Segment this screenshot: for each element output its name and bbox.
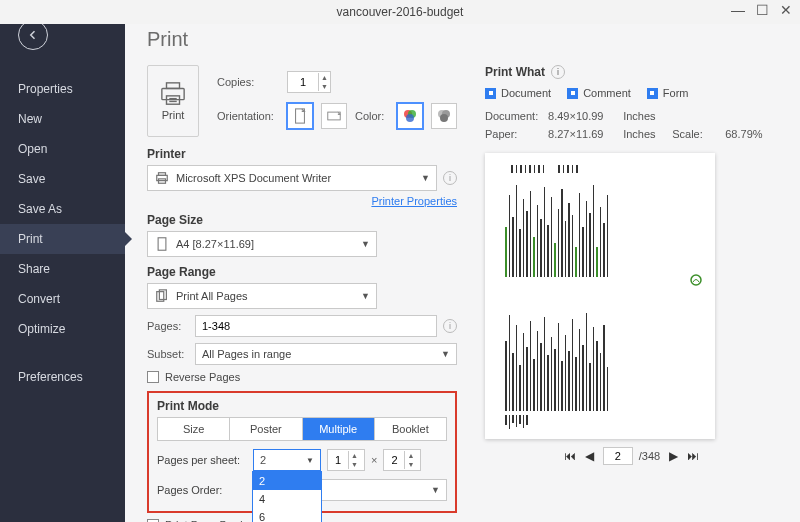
orientation-landscape-button[interactable] bbox=[321, 103, 347, 129]
dim-paper-size: 8.27×11.69 bbox=[548, 125, 620, 143]
pps-rows-stepper[interactable]: ▲▼ bbox=[383, 449, 421, 471]
pps-cols-stepper[interactable]: ▲▼ bbox=[327, 449, 365, 471]
sidebar-item-open[interactable]: Open bbox=[0, 134, 125, 164]
printer-dropdown[interactable]: Microsoft XPS Document Writer ▼ bbox=[147, 165, 437, 191]
subset-dropdown[interactable]: All Pages in range ▼ bbox=[195, 343, 457, 365]
dimension-readout: Document: 8.49×10.99 Inches Paper: 8.27×… bbox=[485, 107, 778, 143]
sidebar-item-properties[interactable]: Properties bbox=[0, 74, 125, 104]
chevron-down-icon: ▼ bbox=[441, 349, 450, 359]
pages-label: Pages: bbox=[147, 320, 189, 332]
pages-input[interactable] bbox=[195, 315, 437, 337]
print-mode-group: Print Mode Size Poster Multiple Booklet … bbox=[147, 391, 457, 513]
page-size-value: A4 [8.27×11.69] bbox=[176, 238, 355, 250]
color-label: Color: bbox=[355, 110, 389, 122]
printer-value: Microsoft XPS Document Writer bbox=[176, 172, 415, 184]
copies-stepper[interactable]: ▲▼ bbox=[287, 71, 331, 93]
page-size-dropdown[interactable]: A4 [8.27×11.69] ▼ bbox=[147, 231, 377, 257]
pps-option-4[interactable]: 4 bbox=[253, 490, 321, 508]
gray-swatch-icon bbox=[436, 108, 452, 124]
subset-value: All Pages in range bbox=[202, 348, 435, 360]
pager-total: /348 bbox=[639, 450, 660, 462]
print-mode-tab-multiple[interactable]: Multiple bbox=[303, 418, 375, 440]
back-button[interactable] bbox=[18, 20, 48, 50]
print-mode-tab-poster[interactable]: Poster bbox=[230, 418, 302, 440]
dim-document-unit: Inches bbox=[623, 107, 669, 125]
printer-info-icon[interactable]: i bbox=[443, 171, 457, 185]
print-what-comment-checkbox[interactable]: Comment bbox=[567, 87, 631, 99]
chevron-down-icon: ▼ bbox=[421, 173, 430, 183]
pager-last-button[interactable]: ⏭ bbox=[686, 449, 700, 463]
color-gray-button[interactable] bbox=[431, 103, 457, 129]
page-range-value: Print All Pages bbox=[176, 290, 355, 302]
copies-label: Copies: bbox=[217, 76, 279, 88]
printer-icon bbox=[154, 171, 170, 185]
print-what-info-icon[interactable]: i bbox=[551, 65, 565, 79]
print-what-form-checkbox[interactable]: Form bbox=[647, 87, 689, 99]
print-what-form-label: Form bbox=[663, 87, 689, 99]
svg-rect-16 bbox=[158, 238, 166, 250]
sidebar-item-print[interactable]: Print bbox=[0, 224, 125, 254]
main-panel: Print Print bbox=[125, 0, 800, 522]
color-swatch-icon bbox=[402, 108, 418, 124]
preview-page-2 bbox=[491, 299, 709, 433]
print-mode-label: Print Mode bbox=[157, 399, 447, 413]
title-bar: vancouver-2016-budget ― ☐ ✕ bbox=[0, 0, 800, 24]
orientation-label: Orientation: bbox=[217, 110, 279, 122]
chevron-down-icon: ▼ bbox=[431, 485, 440, 495]
pages-per-sheet-label: Pages per sheet: bbox=[157, 454, 247, 466]
reverse-pages-checkbox[interactable]: Reverse Pages bbox=[147, 371, 457, 383]
print-what-comment-label: Comment bbox=[583, 87, 631, 99]
color-color-button[interactable] bbox=[397, 103, 423, 129]
svg-point-12 bbox=[440, 114, 448, 122]
pages-info-icon[interactable]: i bbox=[443, 319, 457, 333]
pager-next-button[interactable]: ▶ bbox=[666, 449, 680, 463]
chevron-down-icon: ▼ bbox=[361, 291, 370, 301]
pps-cols-input[interactable] bbox=[328, 453, 348, 467]
pages-icon bbox=[154, 289, 170, 303]
svg-rect-1 bbox=[162, 88, 184, 99]
orientation-portrait-button[interactable] bbox=[287, 103, 313, 129]
sidebar-item-convert[interactable]: Convert bbox=[0, 284, 125, 314]
sidebar-item-new[interactable]: New bbox=[0, 104, 125, 134]
dim-paper-unit: Inches bbox=[623, 125, 669, 143]
pages-per-sheet-dropdown[interactable]: 2 ▼ bbox=[253, 449, 321, 471]
printer-properties-link[interactable]: Printer Properties bbox=[147, 195, 457, 207]
sidebar-item-share[interactable]: Share bbox=[0, 254, 125, 284]
pps-option-2[interactable]: 2 bbox=[253, 472, 321, 490]
pager-first-button[interactable]: ⏮ bbox=[563, 449, 577, 463]
close-icon[interactable]: ✕ bbox=[778, 2, 794, 18]
preview-page-1 bbox=[491, 159, 709, 293]
dim-scale-value: 68.79% bbox=[725, 125, 762, 143]
maximize-icon[interactable]: ☐ bbox=[754, 2, 770, 18]
print-button[interactable]: Print bbox=[147, 65, 199, 137]
sidebar-item-preferences[interactable]: Preferences bbox=[0, 362, 125, 392]
minimize-icon[interactable]: ― bbox=[730, 2, 746, 18]
copies-input[interactable] bbox=[288, 75, 318, 89]
pager-input[interactable] bbox=[603, 447, 633, 465]
print-what-label: Print What bbox=[485, 65, 545, 79]
print-tile-label: Print bbox=[162, 109, 185, 121]
pager-prev-button[interactable]: ◀ bbox=[583, 449, 597, 463]
page-icon bbox=[154, 237, 170, 251]
page-range-label: Page Range bbox=[147, 265, 457, 279]
chevron-down-icon: ▼ bbox=[361, 239, 370, 249]
dim-document-size: 8.49×10.99 bbox=[548, 107, 620, 125]
print-mode-tab-size[interactable]: Size bbox=[158, 418, 230, 440]
page-range-dropdown[interactable]: Print All Pages ▼ bbox=[147, 283, 377, 309]
print-what-document-checkbox[interactable]: Document bbox=[485, 87, 551, 99]
pps-rows-input[interactable] bbox=[384, 453, 404, 467]
sidebar-item-save-as[interactable]: Save As bbox=[0, 194, 125, 224]
pps-option-6[interactable]: 6 bbox=[253, 508, 321, 522]
pages-per-sheet-options: 2 4 6 9 16 Custom... bbox=[252, 471, 322, 522]
page-heading: Print bbox=[147, 28, 778, 51]
logo-icon bbox=[689, 273, 703, 287]
svg-rect-0 bbox=[167, 83, 180, 89]
printer-section-label: Printer bbox=[147, 147, 457, 161]
dim-document-key: Document: bbox=[485, 107, 545, 125]
print-mode-tab-booklet[interactable]: Booklet bbox=[375, 418, 446, 440]
pages-per-sheet-value: 2 bbox=[260, 454, 266, 466]
sidebar-item-optimize[interactable]: Optimize bbox=[0, 314, 125, 344]
pps-multiply-icon: × bbox=[371, 454, 377, 466]
sidebar-item-save[interactable]: Save bbox=[0, 164, 125, 194]
pages-order-label: Pages Order: bbox=[157, 484, 247, 496]
